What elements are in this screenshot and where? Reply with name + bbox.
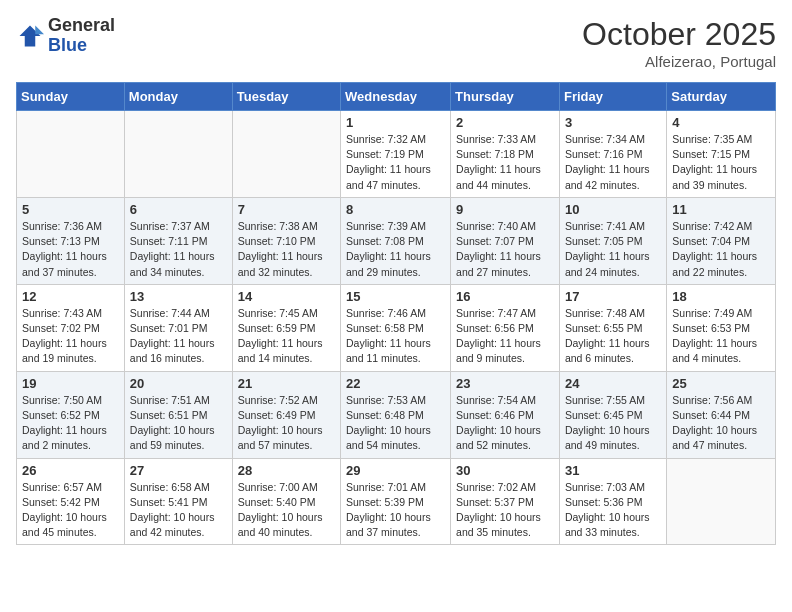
day-number: 24 bbox=[565, 376, 661, 391]
day-number: 31 bbox=[565, 463, 661, 478]
day-header-monday: Monday bbox=[124, 83, 232, 111]
calendar-week-3: 12Sunrise: 7:43 AM Sunset: 7:02 PM Dayli… bbox=[17, 284, 776, 371]
day-info: Sunrise: 7:37 AM Sunset: 7:11 PM Dayligh… bbox=[130, 219, 227, 280]
day-info: Sunrise: 7:48 AM Sunset: 6:55 PM Dayligh… bbox=[565, 306, 661, 367]
calendar-cell: 18Sunrise: 7:49 AM Sunset: 6:53 PM Dayli… bbox=[667, 284, 776, 371]
day-info: Sunrise: 7:52 AM Sunset: 6:49 PM Dayligh… bbox=[238, 393, 335, 454]
calendar-cell: 8Sunrise: 7:39 AM Sunset: 7:08 PM Daylig… bbox=[341, 197, 451, 284]
calendar-cell: 27Sunrise: 6:58 AM Sunset: 5:41 PM Dayli… bbox=[124, 458, 232, 545]
calendar-cell: 1Sunrise: 7:32 AM Sunset: 7:19 PM Daylig… bbox=[341, 111, 451, 198]
location-subtitle: Alfeizerao, Portugal bbox=[582, 53, 776, 70]
day-number: 13 bbox=[130, 289, 227, 304]
day-number: 21 bbox=[238, 376, 335, 391]
day-info: Sunrise: 7:56 AM Sunset: 6:44 PM Dayligh… bbox=[672, 393, 770, 454]
day-info: Sunrise: 7:55 AM Sunset: 6:45 PM Dayligh… bbox=[565, 393, 661, 454]
day-info: Sunrise: 6:57 AM Sunset: 5:42 PM Dayligh… bbox=[22, 480, 119, 541]
day-header-tuesday: Tuesday bbox=[232, 83, 340, 111]
day-number: 14 bbox=[238, 289, 335, 304]
day-number: 16 bbox=[456, 289, 554, 304]
day-info: Sunrise: 7:51 AM Sunset: 6:51 PM Dayligh… bbox=[130, 393, 227, 454]
day-number: 18 bbox=[672, 289, 770, 304]
calendar-cell: 2Sunrise: 7:33 AM Sunset: 7:18 PM Daylig… bbox=[451, 111, 560, 198]
day-number: 29 bbox=[346, 463, 445, 478]
logo-blue-text: Blue bbox=[48, 35, 87, 55]
calendar-cell: 16Sunrise: 7:47 AM Sunset: 6:56 PM Dayli… bbox=[451, 284, 560, 371]
day-number: 9 bbox=[456, 202, 554, 217]
day-number: 19 bbox=[22, 376, 119, 391]
day-header-sunday: Sunday bbox=[17, 83, 125, 111]
day-number: 20 bbox=[130, 376, 227, 391]
day-number: 23 bbox=[456, 376, 554, 391]
calendar-cell: 11Sunrise: 7:42 AM Sunset: 7:04 PM Dayli… bbox=[667, 197, 776, 284]
calendar-cell: 17Sunrise: 7:48 AM Sunset: 6:55 PM Dayli… bbox=[559, 284, 666, 371]
day-info: Sunrise: 7:50 AM Sunset: 6:52 PM Dayligh… bbox=[22, 393, 119, 454]
day-info: Sunrise: 7:54 AM Sunset: 6:46 PM Dayligh… bbox=[456, 393, 554, 454]
calendar-cell: 24Sunrise: 7:55 AM Sunset: 6:45 PM Dayli… bbox=[559, 371, 666, 458]
calendar-cell: 31Sunrise: 7:03 AM Sunset: 5:36 PM Dayli… bbox=[559, 458, 666, 545]
calendar-cell: 13Sunrise: 7:44 AM Sunset: 7:01 PM Dayli… bbox=[124, 284, 232, 371]
day-info: Sunrise: 7:43 AM Sunset: 7:02 PM Dayligh… bbox=[22, 306, 119, 367]
calendar-week-2: 5Sunrise: 7:36 AM Sunset: 7:13 PM Daylig… bbox=[17, 197, 776, 284]
calendar-header-row: SundayMondayTuesdayWednesdayThursdayFrid… bbox=[17, 83, 776, 111]
day-number: 27 bbox=[130, 463, 227, 478]
calendar-week-1: 1Sunrise: 7:32 AM Sunset: 7:19 PM Daylig… bbox=[17, 111, 776, 198]
day-info: Sunrise: 7:53 AM Sunset: 6:48 PM Dayligh… bbox=[346, 393, 445, 454]
calendar-cell bbox=[232, 111, 340, 198]
logo-icon bbox=[16, 22, 44, 50]
day-info: Sunrise: 7:01 AM Sunset: 5:39 PM Dayligh… bbox=[346, 480, 445, 541]
day-number: 7 bbox=[238, 202, 335, 217]
calendar-cell: 25Sunrise: 7:56 AM Sunset: 6:44 PM Dayli… bbox=[667, 371, 776, 458]
calendar-cell bbox=[667, 458, 776, 545]
logo-general-text: General bbox=[48, 15, 115, 35]
day-info: Sunrise: 7:38 AM Sunset: 7:10 PM Dayligh… bbox=[238, 219, 335, 280]
day-info: Sunrise: 7:36 AM Sunset: 7:13 PM Dayligh… bbox=[22, 219, 119, 280]
calendar-week-4: 19Sunrise: 7:50 AM Sunset: 6:52 PM Dayli… bbox=[17, 371, 776, 458]
calendar-cell: 10Sunrise: 7:41 AM Sunset: 7:05 PM Dayli… bbox=[559, 197, 666, 284]
day-info: Sunrise: 7:39 AM Sunset: 7:08 PM Dayligh… bbox=[346, 219, 445, 280]
day-info: Sunrise: 7:42 AM Sunset: 7:04 PM Dayligh… bbox=[672, 219, 770, 280]
calendar-cell: 20Sunrise: 7:51 AM Sunset: 6:51 PM Dayli… bbox=[124, 371, 232, 458]
month-title: October 2025 bbox=[582, 16, 776, 53]
logo: General Blue bbox=[16, 16, 115, 56]
calendar-cell bbox=[17, 111, 125, 198]
day-number: 28 bbox=[238, 463, 335, 478]
day-number: 17 bbox=[565, 289, 661, 304]
calendar-cell: 3Sunrise: 7:34 AM Sunset: 7:16 PM Daylig… bbox=[559, 111, 666, 198]
calendar-cell bbox=[124, 111, 232, 198]
day-number: 11 bbox=[672, 202, 770, 217]
day-number: 10 bbox=[565, 202, 661, 217]
day-info: Sunrise: 7:00 AM Sunset: 5:40 PM Dayligh… bbox=[238, 480, 335, 541]
day-number: 15 bbox=[346, 289, 445, 304]
day-number: 6 bbox=[130, 202, 227, 217]
day-number: 30 bbox=[456, 463, 554, 478]
day-header-friday: Friday bbox=[559, 83, 666, 111]
calendar-cell: 26Sunrise: 6:57 AM Sunset: 5:42 PM Dayli… bbox=[17, 458, 125, 545]
calendar-cell: 21Sunrise: 7:52 AM Sunset: 6:49 PM Dayli… bbox=[232, 371, 340, 458]
day-header-saturday: Saturday bbox=[667, 83, 776, 111]
day-info: Sunrise: 7:33 AM Sunset: 7:18 PM Dayligh… bbox=[456, 132, 554, 193]
day-number: 26 bbox=[22, 463, 119, 478]
day-info: Sunrise: 7:32 AM Sunset: 7:19 PM Dayligh… bbox=[346, 132, 445, 193]
day-number: 8 bbox=[346, 202, 445, 217]
title-block: October 2025 Alfeizerao, Portugal bbox=[582, 16, 776, 70]
day-info: Sunrise: 7:03 AM Sunset: 5:36 PM Dayligh… bbox=[565, 480, 661, 541]
calendar-cell: 23Sunrise: 7:54 AM Sunset: 6:46 PM Dayli… bbox=[451, 371, 560, 458]
day-info: Sunrise: 7:35 AM Sunset: 7:15 PM Dayligh… bbox=[672, 132, 770, 193]
calendar-cell: 15Sunrise: 7:46 AM Sunset: 6:58 PM Dayli… bbox=[341, 284, 451, 371]
calendar-cell: 19Sunrise: 7:50 AM Sunset: 6:52 PM Dayli… bbox=[17, 371, 125, 458]
day-info: Sunrise: 7:47 AM Sunset: 6:56 PM Dayligh… bbox=[456, 306, 554, 367]
day-number: 22 bbox=[346, 376, 445, 391]
day-info: Sunrise: 7:49 AM Sunset: 6:53 PM Dayligh… bbox=[672, 306, 770, 367]
day-info: Sunrise: 7:34 AM Sunset: 7:16 PM Dayligh… bbox=[565, 132, 661, 193]
page-header: General Blue October 2025 Alfeizerao, Po… bbox=[16, 16, 776, 70]
day-info: Sunrise: 7:44 AM Sunset: 7:01 PM Dayligh… bbox=[130, 306, 227, 367]
day-header-thursday: Thursday bbox=[451, 83, 560, 111]
day-number: 4 bbox=[672, 115, 770, 130]
calendar-cell: 5Sunrise: 7:36 AM Sunset: 7:13 PM Daylig… bbox=[17, 197, 125, 284]
day-info: Sunrise: 7:45 AM Sunset: 6:59 PM Dayligh… bbox=[238, 306, 335, 367]
day-number: 1 bbox=[346, 115, 445, 130]
calendar-cell: 6Sunrise: 7:37 AM Sunset: 7:11 PM Daylig… bbox=[124, 197, 232, 284]
day-info: Sunrise: 7:40 AM Sunset: 7:07 PM Dayligh… bbox=[456, 219, 554, 280]
day-number: 2 bbox=[456, 115, 554, 130]
day-info: Sunrise: 6:58 AM Sunset: 5:41 PM Dayligh… bbox=[130, 480, 227, 541]
